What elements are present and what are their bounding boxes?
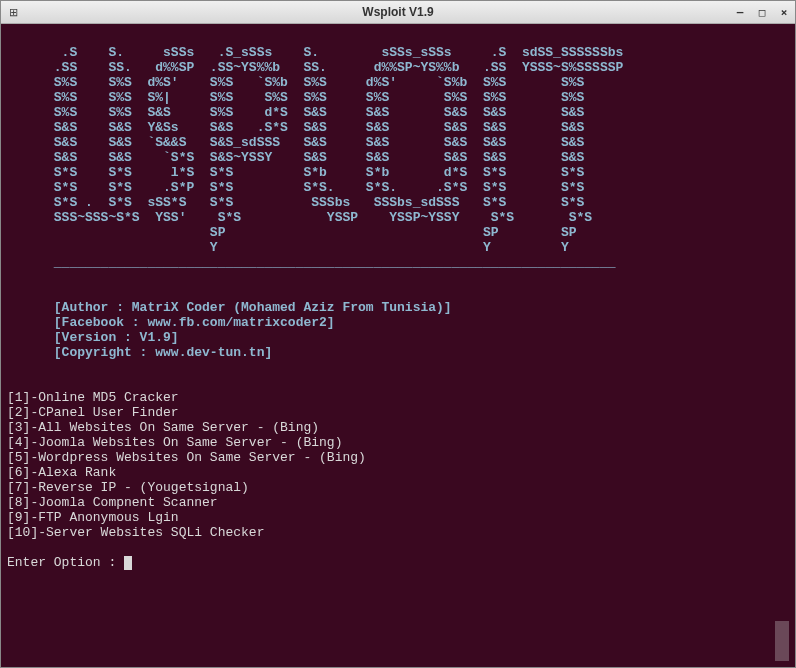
menu-option-3: [3]-All Websites On Same Server - (Bing) bbox=[7, 420, 319, 435]
menu-option-9: [9]-FTP Anonymous Lgin bbox=[7, 510, 179, 525]
cursor[interactable] bbox=[124, 556, 132, 570]
titlebar-left: ⊞ bbox=[5, 4, 21, 20]
minimize-button[interactable]: – bbox=[733, 5, 747, 19]
ascii-banner: .S S. sSSs .S_sSSs S. sSSs_sSSs .S sdSS_… bbox=[7, 45, 623, 255]
terminal-area[interactable]: .S S. sSSs .S_sSSs S. sSSs_sSSs .S sdSS_… bbox=[1, 24, 795, 667]
facebook-info: [Facebook : www.fb.com/matrixcoder2] bbox=[7, 315, 335, 330]
menu-option-6: [6]-Alexa Rank bbox=[7, 465, 116, 480]
version-info: [Version : V1.9] bbox=[7, 330, 179, 345]
copyright-info: [Copyright : www.dev-tun.tn] bbox=[7, 345, 272, 360]
terminal-icon: ⊞ bbox=[5, 4, 21, 20]
menu-option-1: [1]-Online MD5 Cracker bbox=[7, 390, 179, 405]
menu-option-2: [2]-CPanel User Finder bbox=[7, 405, 179, 420]
terminal-content: .S S. sSSs .S_sSSs S. sSSs_sSSs .S sdSS_… bbox=[7, 30, 775, 661]
window-controls: – □ × bbox=[733, 5, 791, 19]
maximize-button[interactable]: □ bbox=[755, 5, 769, 19]
titlebar[interactable]: ⊞ Wsploit V1.9 – □ × bbox=[1, 1, 795, 24]
menu-option-5: [5]-Wordpress Websites On Same Server - … bbox=[7, 450, 366, 465]
window-title: Wsploit V1.9 bbox=[362, 5, 433, 19]
scrollbar-thumb[interactable] bbox=[775, 621, 789, 661]
author-info: [Author : MatriX Coder (Mohamed Aziz Fro… bbox=[7, 300, 452, 315]
menu-option-4: [4]-Joomla Websites On Same Server - (Bi… bbox=[7, 435, 342, 450]
separator-line: ________________________________________… bbox=[7, 255, 616, 270]
application-window: ⊞ Wsploit V1.9 – □ × .S S. sSSs .S_sSSs … bbox=[0, 0, 796, 668]
menu-option-7: [7]-Reverse IP - (Yougetsignal) bbox=[7, 480, 249, 495]
menu-option-8: [8]-Joomla Compnent Scanner bbox=[7, 495, 218, 510]
input-prompt: Enter Option : bbox=[7, 555, 124, 570]
menu-option-10: [10]-Server Websites SQLi Checker bbox=[7, 525, 264, 540]
close-button[interactable]: × bbox=[777, 5, 791, 19]
scrollbar[interactable] bbox=[775, 30, 789, 661]
